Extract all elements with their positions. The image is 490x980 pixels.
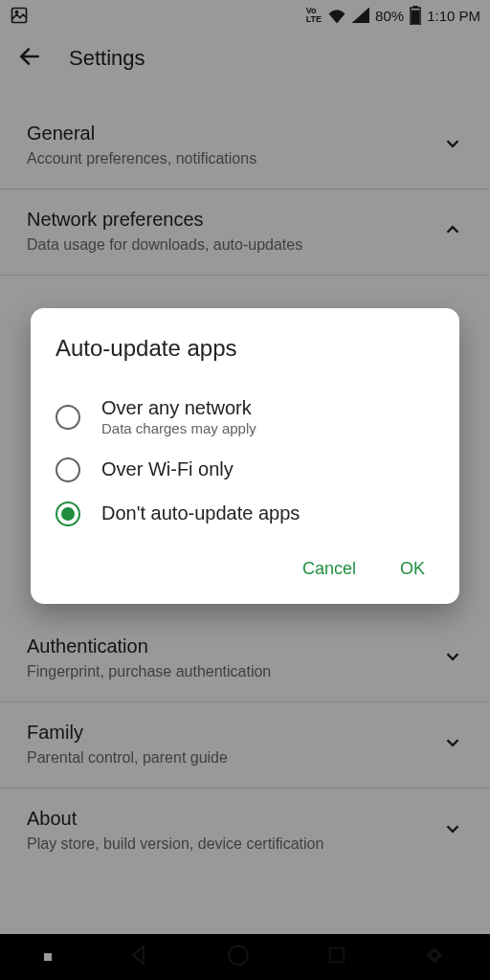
option-title: Don't auto-update apps (101, 501, 300, 525)
radio-icon (56, 457, 80, 482)
dialog-actions: Cancel OK (56, 553, 434, 585)
radio-icon (56, 405, 80, 430)
ok-button[interactable]: OK (398, 553, 427, 585)
dialog-title: Auto-update apps (56, 335, 434, 362)
option-dont-auto-update[interactable]: Don't auto-update apps (56, 492, 434, 536)
option-any-network[interactable]: Over any network Data charges may apply (56, 387, 434, 448)
option-title: Over any network (101, 396, 256, 420)
option-text: Over any network Data charges may apply (101, 396, 256, 438)
option-text: Don't auto-update apps (101, 501, 300, 525)
option-text: Over Wi-Fi only (101, 457, 234, 481)
radio-selected-icon (56, 501, 80, 526)
option-subtitle: Data charges may apply (101, 420, 256, 438)
auto-update-dialog: Auto-update apps Over any network Data c… (31, 308, 459, 604)
option-wifi-only[interactable]: Over Wi-Fi only (56, 448, 434, 492)
cancel-button[interactable]: Cancel (301, 553, 358, 585)
option-title: Over Wi-Fi only (101, 457, 234, 481)
